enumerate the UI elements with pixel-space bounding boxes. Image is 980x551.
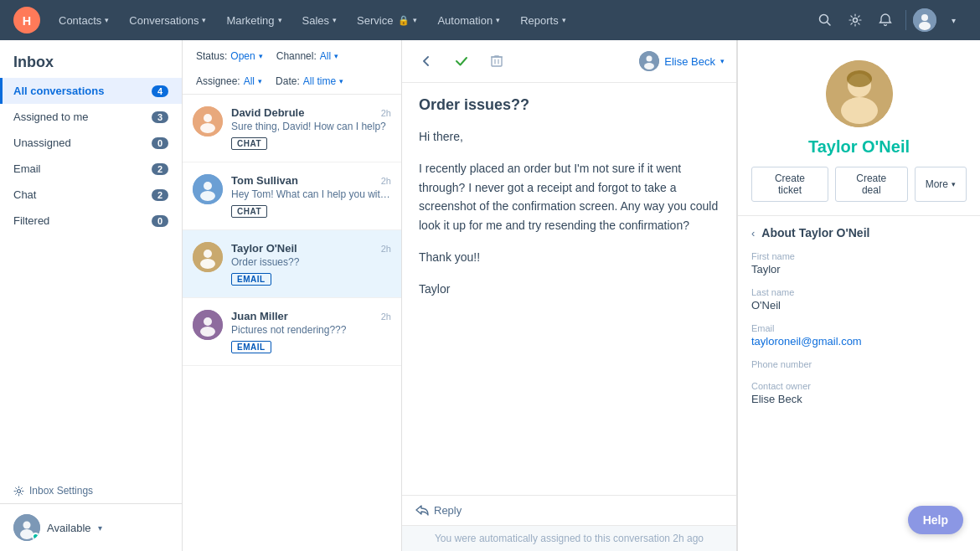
- sidebar-item-email[interactable]: Email 2: [0, 156, 182, 182]
- chevron-down-icon: ▾: [105, 16, 109, 24]
- nav-divider: [905, 10, 906, 30]
- conversation-list: Status: Open ▾ Channel: All ▾ Assignee: …: [183, 40, 402, 551]
- nav-reports[interactable]: Reports ▾: [512, 11, 575, 30]
- contact-actions: Create ticket Create deal More ▾: [751, 167, 967, 202]
- conversation-item-taylor[interactable]: Taylor O'Neil 2h Order issues?? EMAIL: [183, 230, 401, 298]
- conv-preview: Pictures not rendering???: [231, 324, 391, 336]
- conv-tag: EMAIL: [231, 341, 271, 353]
- email-body: Hi there, I recently placed an order but…: [402, 121, 736, 495]
- conv-list-filters: Status: Open ▾ Channel: All ▾ Assignee: …: [183, 40, 401, 95]
- chevron-down-icon: ▾: [413, 16, 417, 24]
- nav-contacts[interactable]: Contacts ▾: [50, 11, 117, 30]
- settings-icon[interactable]: [842, 7, 869, 33]
- conv-time: 2h: [381, 312, 391, 322]
- assignee-filter[interactable]: Assignee: All ▾: [196, 75, 262, 87]
- contact-header: Taylor O'Neil Create ticket Create deal …: [738, 40, 980, 216]
- conv-tag: CHAT: [231, 205, 267, 218]
- conversation-item-david[interactable]: David Debrule 2h Sure thing, David! How …: [183, 95, 401, 162]
- search-icon[interactable]: [812, 7, 838, 33]
- about-header[interactable]: ‹ About Taylor O'Neil: [751, 226, 967, 239]
- nav-marketing[interactable]: Marketing ▾: [218, 11, 290, 30]
- svg-rect-24: [492, 57, 502, 66]
- more-button[interactable]: More ▾: [915, 167, 967, 202]
- user-status-label[interactable]: Available: [47, 522, 91, 534]
- svg-point-13: [204, 114, 212, 122]
- current-user-avatar[interactable]: [13, 514, 40, 541]
- nav-service[interactable]: Service 🔒 ▾: [348, 11, 426, 30]
- conv-time: 2h: [381, 244, 391, 254]
- svg-line-3: [828, 23, 831, 26]
- svg-point-16: [204, 182, 212, 190]
- unassigned-badge: 0: [152, 137, 168, 149]
- avatar: [193, 106, 223, 136]
- chevron-down-icon: ▾: [278, 16, 282, 24]
- sidebar-item-unassigned[interactable]: Unassigned 0: [0, 130, 182, 156]
- avatar: [193, 242, 223, 272]
- nav-automation[interactable]: Automation ▾: [429, 11, 508, 30]
- help-button[interactable]: Help: [908, 506, 963, 534]
- notifications-icon[interactable]: [872, 7, 899, 33]
- svg-point-6: [921, 14, 928, 21]
- user-avatar[interactable]: [913, 8, 936, 32]
- email-toolbar: Elise Beck ▾: [402, 40, 736, 83]
- svg-point-10: [23, 522, 31, 529]
- conv-name: Juan Miller: [231, 310, 288, 322]
- contact-avatar: [826, 60, 893, 127]
- sidebar-footer: Available ▾: [0, 503, 182, 551]
- nav-sales[interactable]: Sales ▾: [294, 11, 346, 30]
- check-button[interactable]: [449, 49, 474, 74]
- conv-preview: Sure thing, David! How can I help?: [231, 121, 391, 132]
- user-menu-chevron[interactable]: ▾: [940, 7, 967, 33]
- avatar: [193, 310, 223, 340]
- chevron-down-icon: ▾: [952, 180, 956, 188]
- hubspot-logo[interactable]: H: [13, 7, 40, 33]
- svg-point-20: [200, 259, 215, 269]
- conversation-item-juan[interactable]: Juan Miller 2h Pictures not rendering???…: [183, 298, 401, 366]
- svg-point-30: [644, 63, 654, 70]
- main-layout: Inbox All conversations 4 Assigned to me…: [0, 40, 980, 551]
- assignee-chip[interactable]: Elise Beck ▾: [639, 51, 725, 71]
- field-email: Email tayloroneil@gmail.com: [751, 323, 967, 348]
- svg-point-23: [200, 327, 215, 337]
- svg-point-7: [919, 22, 931, 30]
- field-first-name: First name Taylor: [751, 251, 967, 276]
- back-button[interactable]: [414, 49, 439, 74]
- inbox-settings-link[interactable]: Inbox Settings: [0, 478, 182, 503]
- about-section: ‹ About Taylor O'Neil First name Taylor …: [738, 216, 980, 427]
- sidebar-spacer: [0, 234, 182, 478]
- all-conversations-badge: 4: [152, 85, 168, 97]
- sidebar-item-assigned-to-me[interactable]: Assigned to me 3: [0, 104, 182, 130]
- email-para-3: Thank you!!: [419, 248, 720, 266]
- status-filter[interactable]: Status: Open ▾: [196, 50, 263, 62]
- email-panel: Elise Beck ▾ Order issues?? Hi there, I …: [402, 40, 737, 551]
- reply-button[interactable]: Reply: [415, 504, 462, 517]
- gear-icon: [13, 486, 24, 497]
- sidebar-item-all-conversations[interactable]: All conversations 4: [0, 78, 182, 104]
- sidebar-item-filtered[interactable]: Filtered 0: [0, 208, 182, 234]
- nav-conversations[interactable]: Conversations ▾: [121, 11, 214, 30]
- reply-label: Reply: [434, 504, 462, 517]
- svg-point-33: [841, 97, 878, 124]
- create-ticket-button[interactable]: Create ticket: [751, 167, 828, 202]
- channel-filter[interactable]: Channel: All ▾: [276, 50, 338, 62]
- field-last-name: Last name O'Neil: [751, 287, 967, 312]
- date-filter[interactable]: Date: All time ▾: [276, 75, 343, 87]
- create-deal-button[interactable]: Create deal: [835, 167, 908, 202]
- delete-button[interactable]: [484, 49, 509, 74]
- conv-preview: Order issues??: [231, 256, 391, 268]
- filtered-badge: 0: [152, 215, 168, 227]
- status-dot: [32, 533, 39, 540]
- avatar: [193, 174, 223, 204]
- inbox-title: Inbox: [0, 40, 182, 78]
- about-title: About Taylor O'Neil: [761, 226, 869, 239]
- conv-tag: CHAT: [231, 137, 267, 150]
- assignee-avatar: [639, 51, 659, 71]
- chat-badge: 2: [152, 189, 168, 201]
- right-panel: Taylor O'Neil Create ticket Create deal …: [737, 40, 980, 551]
- sidebar-item-chat[interactable]: Chat 2: [0, 182, 182, 208]
- conversation-item-tom[interactable]: Tom Sullivan 2h Hey Tom! What can I help…: [183, 162, 401, 230]
- top-navigation: H Contacts ▾ Conversations ▾ Marketing ▾…: [0, 0, 980, 40]
- field-phone: Phone number: [751, 359, 967, 369]
- chevron-down-icon: ▾: [202, 16, 206, 24]
- collapse-chevron-icon: ‹: [751, 227, 755, 239]
